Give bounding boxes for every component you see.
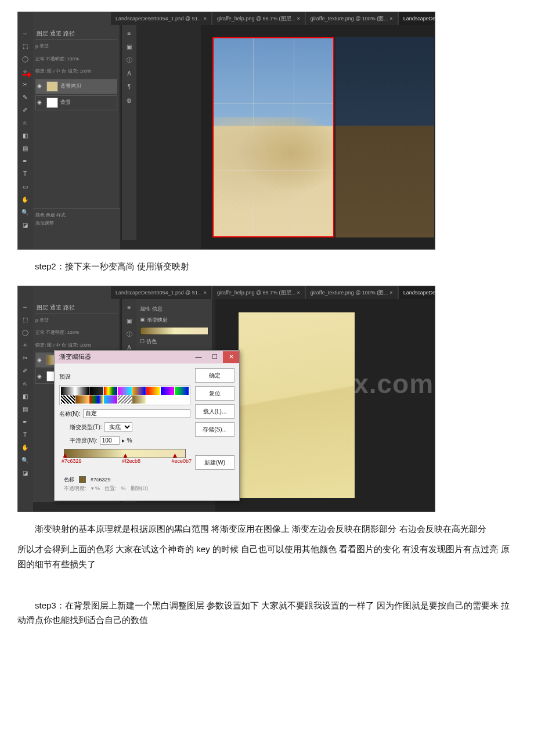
zoom-tool-icon[interactable]: 🔍 xyxy=(18,455,32,466)
canvas-area: www.bdocx.com xyxy=(215,299,435,512)
reset-button[interactable]: 复位 xyxy=(195,386,234,401)
save-button[interactable]: 存储(S)... xyxy=(195,422,234,437)
history-icon[interactable]: ≡ xyxy=(128,303,131,312)
gradient-stop-left[interactable]: ▲#7c6329 xyxy=(62,453,82,466)
actions-icon[interactable]: ▣ xyxy=(127,316,132,326)
crop-selection-canvas[interactable] xyxy=(212,37,334,237)
new-button[interactable]: 新建(W) xyxy=(195,455,234,470)
doc-tab[interactable]: LandscapeDesert0054_1.psd @ 51... × xyxy=(111,12,211,25)
marquee-tool-icon[interactable]: ⬚ xyxy=(18,40,32,52)
dither-checkbox[interactable]: ☐ 仿色 xyxy=(140,337,208,346)
layer-row-bg[interactable]: ◉ 背景 xyxy=(35,95,117,110)
position-label: 位置: xyxy=(104,484,117,493)
styles-icon[interactable]: ◍ xyxy=(127,95,132,105)
stamp-tool-icon[interactable]: ⎌ xyxy=(18,117,32,128)
doc-tab-active[interactable]: LandscapeDesert0054_1.jpg @ 25% (最终预览, R… xyxy=(399,12,435,25)
hand-tool-icon[interactable]: ✋ xyxy=(18,193,32,205)
ok-button[interactable]: 确定 xyxy=(195,368,234,383)
opacity-label: 不透明度: xyxy=(64,484,86,493)
move-tool-icon[interactable]: ↔ xyxy=(18,27,32,39)
doc-tab[interactable]: LandscapeDesert0054_1.psd @ 51... × xyxy=(111,286,211,299)
gradient-editor-dialog: 渐变编辑器 — ☐ ✕ 预设 xyxy=(54,350,240,501)
swatch-tool-icon[interactable]: ◪ xyxy=(18,219,32,231)
visibility-eye-icon[interactable]: ◉ xyxy=(37,356,44,365)
doc-tab[interactable]: giraffe_texture.png @ 100% (图... × xyxy=(306,286,398,299)
color-swatch[interactable] xyxy=(79,476,86,483)
minimize-icon[interactable]: — xyxy=(190,351,207,363)
gradient-preview[interactable] xyxy=(140,327,208,335)
gradient-presets[interactable] xyxy=(59,385,190,405)
lasso-tool-icon[interactable]: ◯ xyxy=(18,53,32,64)
gradient-stop-right[interactable]: ▲#ece0b7 xyxy=(171,453,192,466)
swatch-tool-icon[interactable]: ◪ xyxy=(18,467,32,479)
layer-thumb xyxy=(46,98,58,108)
figure-step2-gradient: LandscapeDesert0054_1.psd @ 51... × gira… xyxy=(17,286,517,512)
doc-tab-active[interactable]: LandscapeDesert0054_1.jpg @ 25% (渐变 xyxy=(399,286,435,299)
tools-palette: ↔ ⬚ ◯ ✧ ✂ ✎ ✐ ⎌ ◧ ▤ ✒ T ▭ ✋ 🔍 ◪ xyxy=(18,12,33,249)
hand-tool-icon[interactable]: ✋ xyxy=(18,442,32,453)
pen-tool-icon[interactable]: ✒ xyxy=(18,416,32,428)
gradient-stop-mid[interactable]: ▲#f2ecb8 xyxy=(122,453,140,466)
maximize-icon[interactable]: ☐ xyxy=(207,351,223,363)
layer-blend-row[interactable]: 正常 不透明度: 100% xyxy=(35,53,117,66)
info-icon[interactable]: ⓘ xyxy=(127,329,132,339)
gradient-bar[interactable]: ▲#7c6329 ▲#f2ecb8 ▲#ece0b7 xyxy=(64,449,186,458)
color-panel-title: 颜色 色板 样式 xyxy=(35,211,118,219)
marquee-tool-icon[interactable]: ⬚ xyxy=(18,314,32,326)
stamp-tool-icon[interactable]: ⎌ xyxy=(18,378,32,390)
layers-panel: 图层 通道 路径 p 类型 正常 不透明度: 100% 锁定: 图 / 中 台 … xyxy=(33,25,120,240)
layers-panel-title: 图层 通道 路径 xyxy=(35,301,117,314)
history-icon[interactable]: ≡ xyxy=(128,28,131,38)
zoom-tool-icon[interactable]: 🔍 xyxy=(18,206,32,218)
dialog-titlebar[interactable]: 渐变编辑器 — ☐ ✕ xyxy=(55,351,239,363)
crop-tool-icon[interactable]: ✂ xyxy=(18,352,32,364)
step3-text: step3：在背景图层上新建一个黑白调整图层 参数设置如下 大家就不要跟我设置的… xyxy=(17,598,517,628)
move-tool-icon[interactable]: ↔ xyxy=(18,301,32,313)
gradient-type-select[interactable]: 实底 xyxy=(104,422,132,432)
path-tool-icon[interactable]: ▭ xyxy=(18,181,32,192)
visibility-eye-icon[interactable]: ◉ xyxy=(37,98,44,107)
doc-tab[interactable]: giraffe_help.png @ 66.7% (图层... × xyxy=(212,286,305,299)
properties-title: 属性 信息 xyxy=(140,305,208,314)
smoothness-input[interactable] xyxy=(100,436,120,445)
wand-tool-icon[interactable]: ✧ xyxy=(18,340,32,351)
eraser-tool-icon[interactable]: ◧ xyxy=(18,129,32,141)
document-tabs: LandscapeDesert0054_1.psd @ 51... × gira… xyxy=(18,286,435,299)
char-icon[interactable]: A xyxy=(127,69,131,78)
eraser-tool-icon[interactable]: ◧ xyxy=(18,391,32,402)
visibility-eye-icon[interactable]: ◉ xyxy=(37,372,44,381)
info-icon[interactable]: ⓘ xyxy=(127,55,132,65)
gradient-name-input[interactable] xyxy=(83,409,190,418)
type-label: 渐变类型(T): xyxy=(70,422,102,432)
doc-tab[interactable]: giraffe_texture.png @ 100% (图... × xyxy=(306,12,398,25)
doc-tab[interactable]: giraffe_help.png @ 66.7% (图层... × xyxy=(212,12,305,25)
name-label: 名称(N): xyxy=(59,409,81,419)
actions-icon[interactable]: ▣ xyxy=(127,42,132,52)
figure-step1-crop: LandscapeDesert0054_1.psd @ 51... × gira… xyxy=(17,12,517,250)
dialog-title: 渐变编辑器 xyxy=(59,351,91,362)
collapsed-panels: ≡ ▣ ⓘ A ¶ ◍ xyxy=(121,25,136,240)
visibility-eye-icon[interactable]: ◉ xyxy=(37,82,44,91)
text-tool-icon[interactable]: T xyxy=(18,429,32,441)
layer-filter-row[interactable]: p 类型 xyxy=(35,314,117,327)
layer-lock-row[interactable]: 锁定: 图 / 中 台 填充: 100% xyxy=(35,65,117,78)
step2-text: step2：接下来一秒变高尚 使用渐变映射 xyxy=(17,259,517,274)
brush-tool-icon[interactable]: ✐ xyxy=(18,365,32,377)
layer-filter-row[interactable]: p 类型 xyxy=(35,40,117,53)
para-icon[interactable]: ¶ xyxy=(128,82,131,92)
eyedropper-tool-icon[interactable]: ✎ xyxy=(18,91,32,103)
layers-panel-title: 图层 通道 路径 xyxy=(35,27,117,40)
delete-stop-button[interactable]: 删除(D) xyxy=(131,484,149,493)
lasso-tool-icon[interactable]: ◯ xyxy=(18,327,32,339)
brush-tool-icon[interactable]: ✐ xyxy=(18,104,32,116)
layer-row-bg-copy[interactable]: ◉ 背景拷贝 xyxy=(35,79,117,94)
gradient-tool-icon[interactable]: ▤ xyxy=(18,142,32,154)
color-stop-label: 色标 xyxy=(64,476,74,484)
load-button[interactable]: 载入(L)... xyxy=(195,404,234,419)
pen-tool-icon[interactable]: ✒ xyxy=(18,155,32,167)
close-icon[interactable]: ✕ xyxy=(223,351,239,363)
gradient-tool-icon[interactable]: ▤ xyxy=(18,404,32,415)
photoshop-screenshot-2: LandscapeDesert0054_1.psd @ 51... × gira… xyxy=(17,286,435,512)
layer-blend-row[interactable]: 正常 不透明度: 100% xyxy=(35,326,117,339)
text-tool-icon[interactable]: T xyxy=(18,168,32,179)
